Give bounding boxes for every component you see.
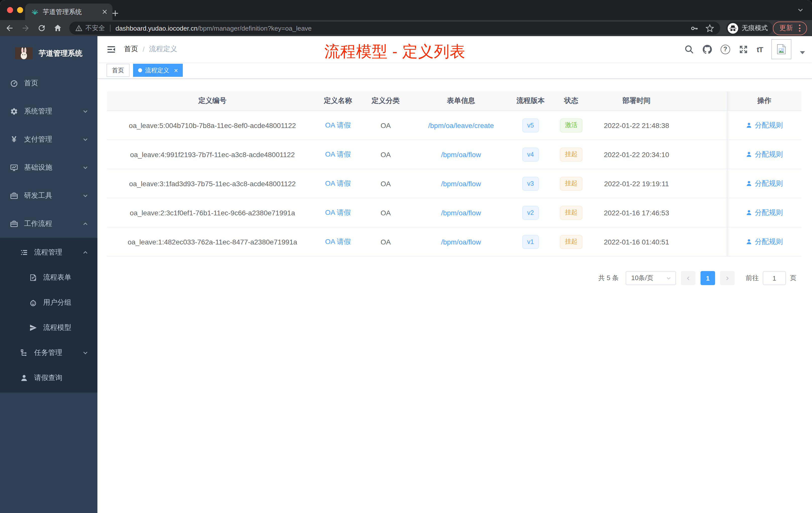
tab-title: 芋道管理系统	[43, 7, 101, 16]
password-key-icon[interactable]	[690, 24, 698, 32]
assign-rule-link[interactable]: 分配规则	[746, 179, 783, 188]
forward-icon[interactable]	[21, 24, 30, 33]
avatar-caret-icon[interactable]	[800, 51, 805, 54]
page-annotation: 流程模型 - 定义列表	[324, 41, 465, 62]
bookmark-star-icon[interactable]	[705, 24, 714, 32]
page-unit-label: 页	[790, 274, 796, 282]
user-icon	[746, 238, 752, 245]
sidebar-item-label: 基础设施	[24, 163, 52, 172]
deploy-time: 2022-01-22 20:34:10	[590, 140, 683, 169]
home-icon[interactable]	[53, 24, 62, 33]
sidebar-item-process-management[interactable]: 流程管理	[0, 240, 97, 265]
assign-rule-link[interactable]: 分配规则	[746, 237, 783, 246]
definition-id: oa_leave:3:1fad3d93-7b75-11ec-a3c8-acde4…	[107, 169, 318, 198]
sidebar-item-user-group[interactable]: 用户分组	[0, 290, 97, 315]
sidebar-item-home[interactable]: 首页	[0, 69, 97, 97]
form-link[interactable]: /bpm/oa/leave/create	[428, 121, 494, 129]
app-title: 芋道管理系统	[39, 49, 82, 58]
toolbox-icon	[10, 192, 18, 200]
dashboard-icon	[10, 79, 18, 87]
definition-name-link[interactable]: OA 请假	[325, 179, 351, 188]
tag-close-icon[interactable]	[173, 67, 179, 73]
deploy-time: 2022-01-16 17:46:53	[590, 198, 683, 227]
assign-rule-link[interactable]: 分配规则	[746, 121, 783, 130]
tab-close-icon[interactable]	[101, 8, 109, 16]
tag-process-definition[interactable]: 流程定义	[133, 64, 183, 77]
definition-category: OA	[358, 198, 413, 227]
sidebar-item-label: 用户分组	[43, 298, 71, 307]
definition-category: OA	[358, 140, 413, 169]
sidebar-item-process-model[interactable]: 流程模型	[0, 315, 97, 340]
sidebar-item-process-form[interactable]: 流程表单	[0, 265, 97, 290]
security-label[interactable]: 不安全	[85, 24, 105, 33]
definition-id: oa_leave:5:004b710b-7b8a-11ec-8ef0-acde4…	[107, 111, 318, 140]
assign-rule-link[interactable]: 分配规则	[746, 208, 783, 217]
deploy-time: 2022-01-22 21:48:38	[590, 111, 683, 140]
fullscreen-icon[interactable]	[739, 44, 748, 54]
browser-tab[interactable]: 芋道管理系统	[25, 3, 113, 20]
new-tab-button[interactable]	[112, 9, 119, 17]
definition-name-link[interactable]: OA 请假	[325, 150, 351, 159]
sidebar-item-system[interactable]: 系统管理	[0, 97, 97, 125]
sidebar-item-label: 研发工具	[24, 191, 52, 200]
sidebar-collapse-icon[interactable]	[107, 44, 116, 54]
update-button[interactable]: 更新	[773, 21, 807, 35]
yen-icon: ¥	[10, 135, 18, 144]
reload-icon[interactable]	[37, 24, 46, 33]
avatar[interactable]	[771, 39, 791, 59]
help-icon[interactable]: ?	[721, 44, 730, 54]
sidebar-item-label: 工作流程	[24, 219, 52, 229]
page-number-button[interactable]: 1	[700, 271, 715, 285]
definition-table: 定义编号 定义名称 定义分类 表单信息 流程版本 状态 部署时间 操作 oa_l…	[107, 91, 802, 256]
definition-name-link[interactable]: OA 请假	[325, 237, 351, 246]
close-window-button[interactable]	[7, 7, 13, 13]
address-bar[interactable]: 不安全 dashboard.yudao.iocoder.cn/bpm/manag…	[69, 22, 720, 35]
deploy-time: 2022-01-16 01:40:51	[590, 228, 683, 256]
incognito-spy-icon	[728, 23, 738, 33]
browser-toolbar: 不安全 dashboard.yudao.iocoder.cn/bpm/manag…	[0, 20, 812, 36]
back-icon[interactable]	[5, 24, 14, 33]
tree-icon	[20, 349, 28, 357]
table-header-row: 定义编号 定义名称 定义分类 表单信息 流程版本 状态 部署时间 操作	[107, 91, 802, 111]
chevron-down-icon	[82, 350, 88, 356]
breadcrumb-current: 流程定义	[149, 45, 177, 54]
browser-menu-icon[interactable]	[799, 25, 802, 32]
search-icon[interactable]	[685, 44, 694, 54]
not-secure-warning-icon	[75, 25, 82, 32]
chevron-down-icon	[666, 275, 671, 281]
next-page-button[interactable]	[720, 271, 735, 285]
tag-home[interactable]: 首页	[107, 64, 129, 77]
form-link[interactable]: /bpm/oa/flow	[441, 209, 481, 217]
form-link[interactable]: /bpm/oa/flow	[441, 179, 481, 187]
status-badge: 挂起	[560, 206, 582, 220]
status-badge: 挂起	[560, 147, 582, 161]
definition-name-link[interactable]: OA 请假	[325, 208, 351, 217]
sidebar-item-workflow[interactable]: 工作流程	[0, 210, 97, 238]
tab-search-icon[interactable]	[797, 6, 804, 13]
definition-category: OA	[358, 169, 413, 198]
font-size-icon[interactable]: tT	[757, 45, 763, 54]
github-icon[interactable]	[702, 44, 712, 54]
sidebar-item-label: 任务管理	[34, 349, 62, 357]
definition-id: oa_leave:4:991f2193-7b7f-11ec-a3c8-acde4…	[107, 140, 318, 169]
favicon-plant-icon	[31, 8, 39, 16]
sidebar-item-task-management[interactable]: 任务管理	[0, 340, 97, 365]
sidebar-item-dev-tools[interactable]: 研发工具	[0, 182, 97, 210]
url-text: dashboard.yudao.iocoder.cn/bpm/manager/d…	[116, 24, 312, 32]
page-size-select[interactable]: 10条/页	[626, 271, 676, 285]
form-link[interactable]: /bpm/oa/flow	[441, 238, 481, 246]
assign-rule-link[interactable]: 分配规则	[746, 150, 783, 159]
goto-page-input[interactable]: 1	[763, 271, 786, 285]
sidebar-item-payment[interactable]: ¥ 支付管理	[0, 125, 97, 154]
gear-icon	[10, 108, 18, 116]
user-icon	[746, 180, 752, 187]
minimize-window-button[interactable]	[17, 7, 23, 13]
sidebar-item-infrastructure[interactable]: 基础设施	[0, 154, 97, 182]
form-link[interactable]: /bpm/oa/flow	[441, 150, 481, 158]
status-badge: 挂起	[560, 176, 582, 190]
table-row: oa_leave:5:004b710b-7b8a-11ec-8ef0-acde4…	[107, 111, 802, 140]
sidebar-item-leave-query[interactable]: 请假查询	[0, 365, 97, 391]
breadcrumb-home[interactable]: 首页	[124, 45, 138, 54]
definition-name-link[interactable]: OA 请假	[325, 121, 351, 130]
prev-page-button[interactable]	[681, 271, 696, 285]
